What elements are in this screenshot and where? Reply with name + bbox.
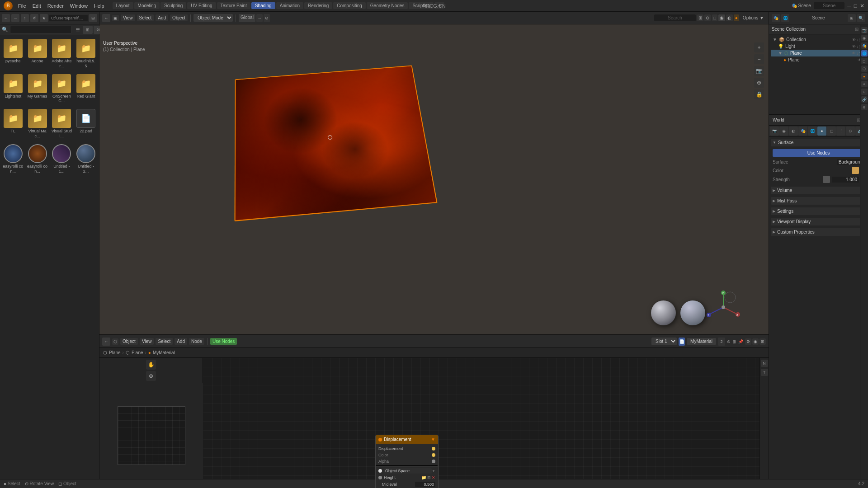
material-options-icon[interactable]: ⊙ (727, 339, 731, 344)
file-item[interactable]: 📁 _pycache_ (2, 37, 24, 70)
breadcrumb-material-icon[interactable]: ● (148, 350, 151, 355)
options-btn[interactable]: Options ▼ (741, 14, 766, 21)
rendered-btn[interactable]: ● (734, 14, 739, 21)
file-item[interactable]: 📁 Virtual Mac... (26, 107, 49, 141)
file-item[interactable]: 📁 Adobe After... (51, 37, 73, 70)
file-item[interactable]: easyrolli con... (2, 142, 24, 176)
viewport-view-menu[interactable]: View (121, 14, 135, 21)
nav-up-btn[interactable]: ↑ (21, 14, 29, 22)
slot-selector[interactable]: Slot 1 (651, 338, 677, 345)
zoom-out-icon[interactable]: − (754, 54, 764, 64)
workspace-geometry-nodes[interactable]: Geometry Nodes (367, 2, 408, 9)
plane-3d-object[interactable] (235, 66, 438, 221)
height-browse-icon[interactable]: ⊞ (427, 475, 431, 480)
props-vtab-world-active[interactable]: 🌐 (861, 50, 868, 56)
node-editor-zoom-icon[interactable]: ⊞ (760, 338, 766, 345)
nav-back-btn[interactable]: ← (2, 14, 10, 22)
props-tab-output[interactable]: ◉ (779, 127, 788, 136)
workspace-texture-paint[interactable]: Texture Paint (217, 2, 250, 9)
material-preview-btn[interactable]: ◐ (726, 14, 733, 21)
nav-forward-btn[interactable]: → (11, 14, 19, 22)
props-vtab-6[interactable]: ✦ (861, 81, 868, 87)
editor-type-icon[interactable]: ▣ (112, 15, 119, 21)
node-editor-settings-icon[interactable]: ⚙ (745, 338, 751, 345)
viewport-3d[interactable]: ← ▣ View Select Add Object Object Mode E… (99, 12, 769, 334)
menu-window[interactable]: Window (67, 2, 90, 9)
use-nodes-btn[interactable]: Use Nodes (773, 149, 864, 157)
visibility-icon[interactable]: 👁 (852, 38, 856, 42)
space-dropdown-icon[interactable]: ▼ (432, 469, 435, 473)
viewport-search[interactable]: Search (654, 14, 696, 21)
filter-icon[interactable]: ⊞ (848, 14, 856, 22)
maximize-btn[interactable]: □ (854, 3, 857, 9)
space-selector[interactable]: Object Space (384, 468, 432, 474)
grid-view-btn[interactable]: ⊞ (89, 14, 97, 22)
proportional-icon[interactable]: ⊙ (704, 14, 711, 21)
viewport-display-section-header[interactable]: ▶ Viewport Display (771, 218, 866, 225)
breadcrumb-material[interactable]: MyMaterial (153, 350, 175, 355)
select-icon[interactable]: ↓ (857, 38, 859, 42)
file-item[interactable]: 📄 22.pad (75, 107, 97, 141)
props-tab-physics[interactable]: ⊙ (846, 127, 855, 136)
outliner-item-collection[interactable]: ▼ 📦 Collection 👁 ↓ 📷 (771, 36, 866, 43)
props-tab-world[interactable]: 🌐 (808, 127, 817, 136)
node-editor-toggle-icon[interactable]: ◉ (752, 338, 759, 345)
props-vtab-3[interactable]: 🎭 (861, 42, 868, 49)
material-pin-icon[interactable]: 📌 (738, 339, 743, 344)
file-item[interactable]: 📁 My Games (26, 72, 49, 106)
file-item[interactable]: 📁 Visual Studi... (51, 107, 73, 141)
node-editor-add-menu[interactable]: Add (175, 338, 187, 345)
use-nodes-btn[interactable]: Use Nodes (210, 338, 237, 345)
props-tab-scene[interactable]: 🎭 (798, 127, 807, 136)
node-cursor-tool[interactable]: ⊕ (146, 371, 156, 381)
workspace-layout[interactable]: Layout (113, 2, 133, 9)
props-tab-material[interactable]: ● (817, 127, 826, 136)
new-material-icon[interactable]: 📄 (679, 338, 685, 346)
solid-btn[interactable]: ◉ (718, 14, 725, 21)
light-visibility-icon[interactable]: 👁 (852, 44, 856, 49)
surface-section-header[interactable]: ▼ Surface (771, 139, 866, 146)
breadcrumb-mesh[interactable]: Plane (132, 350, 143, 355)
file-item[interactable]: 📁 Adobe (26, 37, 49, 70)
breadcrumb-mesh-icon[interactable]: ⬡ (126, 350, 130, 355)
plane-visibility-icon[interactable]: 👁 (852, 51, 856, 56)
search-input[interactable] (10, 26, 72, 33)
props-tab-view-layer[interactable]: ◐ (789, 127, 798, 136)
props-vtab-9[interactable]: ⊕ (861, 104, 868, 110)
menu-help[interactable]: Help (91, 2, 107, 9)
viewport-select-menu[interactable]: Select (137, 14, 154, 21)
workspace-shading[interactable]: Shading (251, 2, 275, 9)
node-canvas[interactable]: Displacement ▼ Displacement Color (203, 358, 760, 488)
outliner-item-plane-material[interactable]: ● Plane 👁 ↓ (771, 56, 866, 63)
displacement-node[interactable]: Displacement ▼ Displacement Color (375, 435, 439, 488)
file-item[interactable]: Untitled - 2... (75, 142, 97, 176)
global-shading-btn[interactable]: Global (239, 14, 255, 22)
props-vtab-4[interactable]: ◻ (861, 58, 868, 64)
output-alpha-socket[interactable] (432, 460, 435, 463)
file-item[interactable]: easyrolli con... (26, 142, 49, 176)
rp-icon-2[interactable]: 🌐 (781, 14, 789, 22)
output-displacement-socket[interactable] (432, 447, 435, 450)
light-select-icon[interactable]: ↓ (857, 44, 859, 49)
normal-icon[interactable]: → (256, 14, 263, 22)
scene-name-search[interactable]: Scene (814, 2, 844, 9)
zoom-in-icon[interactable]: + (754, 42, 764, 52)
menu-file[interactable]: File (15, 2, 29, 9)
volume-section-header[interactable]: ▶ Volume (771, 187, 866, 194)
camera-icon[interactable]: 📷 (754, 66, 764, 76)
sort-icon[interactable]: ≡ (74, 26, 82, 34)
outliner-filter-icon[interactable]: ⊞ (855, 27, 859, 32)
workspace-animation[interactable]: Animation (276, 2, 303, 9)
strength-dot[interactable] (823, 176, 830, 183)
node-collapse-btn[interactable]: ▼ (431, 437, 435, 442)
props-tab-render[interactable]: 📷 (770, 127, 779, 136)
node-pan-tool[interactable]: ✋ (146, 360, 156, 370)
outliner-item-plane[interactable]: ▼ ⬡ Plane 👁 ↓ 📷 (771, 50, 866, 56)
filter-btn[interactable]: ⊞ (83, 26, 93, 34)
breadcrumb-scene-object[interactable]: Plane (109, 350, 121, 355)
plane-select-icon[interactable]: ↓ (857, 51, 859, 56)
workspace-rendering[interactable]: Rendering (304, 2, 332, 9)
material-browse-icon[interactable]: 2 (718, 338, 725, 346)
close-btn[interactable]: ✕ (860, 3, 864, 9)
node-editor-type-icon[interactable]: ⬡ (112, 338, 118, 345)
